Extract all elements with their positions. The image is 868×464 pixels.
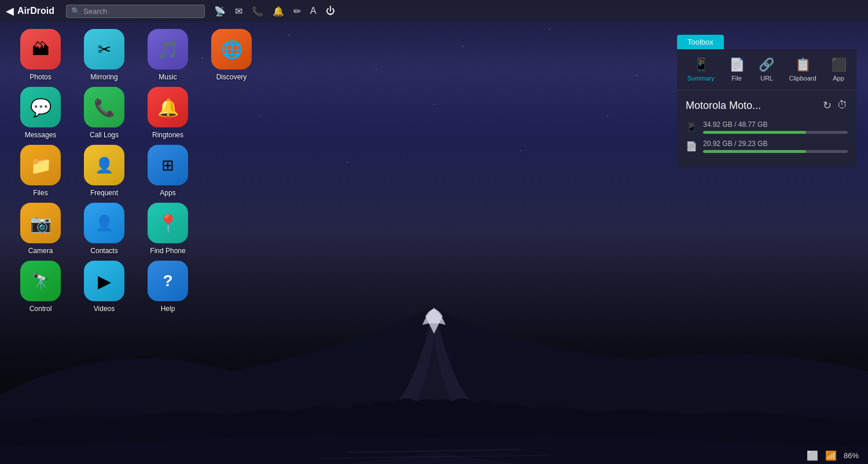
clock-icon[interactable]: ⏱: [837, 99, 848, 112]
app-item-control[interactable]: 🔭 Control: [12, 261, 69, 313]
apps-label: Apps: [160, 189, 175, 197]
clipboard-icon: 📋: [795, 57, 811, 72]
discovery-icon: 🌐: [211, 29, 252, 70]
app-item-contacts[interactable]: 👤 Contacts: [75, 203, 133, 255]
app-icon: ⬛: [831, 57, 847, 72]
storage2-fill: [703, 150, 806, 153]
toolbox-clipboard[interactable]: 📋 Clipboard: [784, 55, 821, 84]
storage-row-2: 📄 20.92 GB / 29.23 GB: [686, 140, 848, 153]
clipboard-label: Clipboard: [789, 75, 816, 82]
storage2-text: 20.92 GB / 29.23 GB: [703, 140, 848, 148]
find-phone-label: Find Phone: [150, 247, 185, 255]
messages-label: Messages: [25, 131, 57, 139]
back-arrow-icon[interactable]: ◀: [6, 5, 14, 17]
storage1-info: 34.92 GB / 48.77 GB: [703, 120, 848, 134]
refresh-icon[interactable]: ↻: [823, 99, 832, 112]
search-bar[interactable]: 🔍: [66, 5, 205, 18]
storage2-info: 20.92 GB / 29.23 GB: [703, 140, 848, 153]
contacts-label: Contacts: [90, 247, 117, 255]
app-item-help[interactable]: ? Help: [139, 261, 197, 313]
toolbox-app[interactable]: ⬛ App: [826, 55, 851, 84]
statusbar: ⬜ 📶 86%: [797, 447, 868, 464]
toolbox-tab[interactable]: Toolbox: [677, 35, 724, 49]
storage1-icon: 📱: [686, 122, 697, 133]
summary-icon: 📱: [693, 57, 709, 72]
device-card: Motorola Moto... ↻ ⏱ 📱 34.92 GB / 48.77 …: [677, 90, 856, 167]
brand-name: AirDroid: [17, 6, 54, 16]
camera-icon: 📷: [20, 203, 61, 243]
app-item-mirroring[interactable]: ✂ Mirroring: [75, 29, 133, 81]
edit-icon[interactable]: ✏: [293, 6, 301, 17]
help-icon: ?: [148, 261, 188, 301]
app-item-music[interactable]: 🎵 Music: [139, 29, 197, 81]
device-header: Motorola Moto... ↻ ⏱: [686, 99, 848, 112]
toolbox-file[interactable]: 📄 File: [724, 55, 749, 84]
contacts-icon: 👤: [84, 203, 124, 243]
app-item-videos[interactable]: ▶ Videos: [75, 261, 133, 313]
search-input[interactable]: [83, 7, 199, 16]
file-icon: 📄: [729, 57, 745, 72]
app-item-frequent[interactable]: 👤 Frequent: [75, 145, 133, 197]
app-item-call-logs[interactable]: 📞 Call Logs: [75, 87, 133, 139]
toolbox-url[interactable]: 🔗 URL: [754, 55, 779, 84]
storage2-icon: 📄: [686, 141, 697, 152]
wifi-icon: 📶: [825, 450, 837, 461]
device-name: Motorola Moto...: [686, 100, 761, 112]
app-item-messages[interactable]: 💬 Messages: [12, 87, 69, 139]
storage2-bar: [703, 150, 848, 153]
call-logs-icon: 📞: [84, 87, 124, 127]
files-icon: 📁: [20, 145, 61, 185]
photos-label: Photos: [30, 73, 51, 81]
music-label: Music: [159, 73, 176, 81]
mirroring-icon: ✂: [84, 29, 124, 70]
app-label-nav: App: [833, 75, 844, 82]
battery-text: 86%: [844, 451, 859, 460]
url-icon: 🔗: [759, 57, 774, 72]
notification-icon[interactable]: 🔔: [273, 6, 284, 17]
cast-icon[interactable]: 📡: [214, 6, 226, 17]
videos-icon: ▶: [84, 261, 124, 301]
apps-icon: ⊞: [148, 145, 188, 185]
app-item-find-phone[interactable]: 📍 Find Phone: [139, 203, 197, 255]
search-icon: 🔍: [71, 7, 80, 15]
app-item-discovery[interactable]: 🌐 Discovery: [203, 29, 260, 81]
brand-area: ◀ AirDroid: [6, 5, 54, 17]
storage1-fill: [703, 131, 806, 134]
screen-icon: ⬜: [807, 450, 818, 461]
device-actions: ↻ ⏱: [823, 99, 848, 112]
toolbox-summary[interactable]: 📱 Summary: [682, 55, 719, 84]
messages-icon: 💬: [20, 87, 61, 127]
storage-row-1: 📱 34.92 GB / 48.77 GB: [686, 120, 848, 134]
toolbox-panel: Toolbox 📱 Summary 📄 File 🔗 URL 📋 Clipboa…: [677, 35, 856, 167]
app-item-photos[interactable]: 🏔 Photos: [12, 29, 69, 81]
file-label: File: [731, 75, 742, 82]
storage1-text: 34.92 GB / 48.77 GB: [703, 120, 848, 129]
app-grid: 🏔 Photos ✂ Mirroring 🎵 Music 🌐 Discovery…: [12, 29, 260, 313]
help-label: Help: [161, 305, 175, 313]
topbar-icons: 📡 ✉ 📞 🔔 ✏ A ⏻: [214, 6, 335, 17]
control-icon: 🔭: [20, 261, 61, 301]
photos-icon: 🏔: [20, 29, 61, 70]
frequent-label: Frequent: [90, 189, 118, 197]
camera-label: Camera: [28, 247, 53, 255]
text-icon[interactable]: A: [310, 6, 317, 16]
ringtones-label: Ringtones: [152, 131, 183, 139]
ringtones-icon: 🔔: [148, 87, 188, 127]
mail-icon[interactable]: ✉: [235, 6, 242, 17]
app-item-apps[interactable]: ⊞ Apps: [139, 145, 197, 197]
control-label: Control: [30, 305, 52, 313]
discovery-label: Discovery: [216, 73, 247, 81]
topbar: ◀ AirDroid 🔍 📡 ✉ 📞 🔔 ✏ A ⏻: [0, 0, 868, 22]
app-item-files[interactable]: 📁 Files: [12, 145, 69, 197]
call-logs-label: Call Logs: [90, 131, 119, 139]
phone-icon[interactable]: 📞: [252, 6, 263, 17]
power-icon[interactable]: ⏻: [326, 6, 335, 16]
toolbox-nav: 📱 Summary 📄 File 🔗 URL 📋 Clipboard ⬛ App: [677, 49, 856, 90]
find-phone-icon: 📍: [148, 203, 188, 243]
app-item-camera[interactable]: 📷 Camera: [12, 203, 69, 255]
files-label: Files: [33, 189, 47, 197]
videos-label: Videos: [94, 305, 115, 313]
url-label: URL: [760, 75, 773, 82]
storage1-bar: [703, 131, 848, 134]
app-item-ringtones[interactable]: 🔔 Ringtones: [139, 87, 197, 139]
